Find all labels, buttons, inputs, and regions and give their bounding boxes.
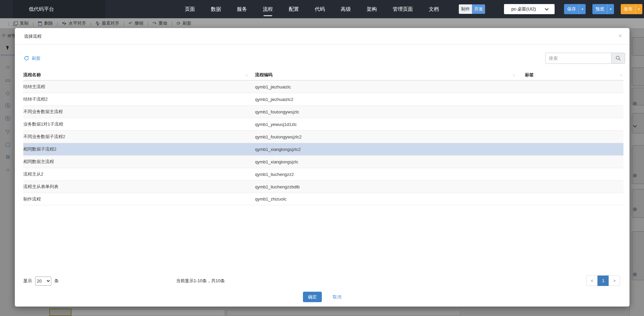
dialog-toolbar: 刷新 bbox=[24, 53, 625, 64]
table-header-row: 流程名称↑↓流程编码↑↓标签↑↓ bbox=[23, 70, 623, 80]
topnav-item-4[interactable]: 流程 bbox=[263, 6, 273, 12]
table-row[interactable]: 结转主流程qymb1_jiezhuaizlc bbox=[23, 80, 623, 93]
next-page-button[interactable]: > bbox=[609, 275, 620, 286]
process-code-cell: qymb1_liuchengzz2 bbox=[255, 172, 525, 177]
topnav-item-10[interactable]: 文档 bbox=[429, 6, 439, 12]
cancel-button[interactable]: 取消 bbox=[333, 294, 341, 300]
process-name-cell: 结转主流程 bbox=[23, 84, 255, 90]
topnav-item-2[interactable]: 数据 bbox=[211, 6, 221, 12]
topbar-controls: 制作 开发 pc-桌面(UI2) 保存 ▼ 预览 ▼ 发布 ▼ bbox=[459, 4, 642, 14]
topnav-item-8[interactable]: 架构 bbox=[367, 6, 377, 12]
process-code-cell-text: qymb1_xiangtongsjzlc bbox=[255, 159, 298, 164]
process-code-cell-text: qymb1_foutongywsjzlc2 bbox=[255, 134, 302, 139]
pagination: < 1 > bbox=[586, 275, 620, 286]
topnav-item-1[interactable]: 页面 bbox=[185, 6, 195, 12]
process-name-cell: 流程主从2 bbox=[23, 171, 255, 177]
save-label: 保存 bbox=[564, 4, 579, 14]
column-header: 流程名称↑↓ bbox=[23, 72, 255, 78]
sort-icon[interactable]: ↑↓ bbox=[245, 73, 248, 77]
search-group bbox=[545, 53, 625, 64]
preview-button[interactable]: 预览 ▼ bbox=[592, 4, 614, 14]
page-size-select[interactable]: 20 bbox=[35, 276, 51, 286]
process-name-cell-text: 不同业务数据子流程2 bbox=[23, 134, 65, 140]
process-code-cell-text: qymb1_liuchengzz2 bbox=[255, 172, 294, 177]
topnav-item-7[interactable]: 高级 bbox=[341, 6, 351, 12]
publish-button[interactable]: 发布 ▼ bbox=[621, 4, 642, 14]
device-select[interactable]: pc-桌面(UI2) bbox=[504, 4, 555, 14]
publish-label: 发布 bbox=[621, 4, 635, 14]
table-row[interactable]: 不同业务数据主流程qymb1_foutongywsjzlc bbox=[23, 105, 623, 118]
list-footer: 显示 20 条 当前显示1-10条，共10条 < 1 > bbox=[23, 275, 620, 287]
caret-down-icon[interactable]: ▼ bbox=[635, 4, 642, 14]
process-name-cell-text: 相同数据子流程2 bbox=[23, 146, 56, 152]
process-name-cell-text: 相同数据主流程 bbox=[23, 159, 54, 165]
mode-toggle: 制作 开发 bbox=[459, 4, 485, 14]
process-code-cell-text: qymb1_jiezhuaizlc bbox=[255, 84, 291, 89]
process-name-cell-text: 流程主从表单列表 bbox=[23, 184, 58, 190]
refresh-icon bbox=[24, 56, 29, 61]
sort-icon[interactable]: ↑↓ bbox=[620, 73, 622, 77]
process-code-cell-text: qymb1_yewusj1d1zlc bbox=[255, 122, 297, 127]
process-name-cell-text: 制作流程 bbox=[23, 196, 41, 202]
main-menu: 页面数据服务流程配置代码高级架构管理页面文档 bbox=[185, 0, 439, 18]
process-code-cell: qymb1_jiezhuaizlc2 bbox=[255, 97, 525, 102]
process-name-cell-text: 不同业务数据主流程 bbox=[23, 109, 63, 115]
process-name-cell-text: 结转主流程 bbox=[23, 84, 45, 90]
process-code-cell: qymb1_jiezhuaizlc bbox=[255, 84, 525, 89]
table-row[interactable]: 流程主从表单列表qymb1_liuchengzzbdlb bbox=[23, 180, 623, 193]
page-1-button[interactable]: 1 bbox=[597, 275, 609, 286]
process-code-cell: qymb1_yewusj1d1zlc bbox=[255, 122, 525, 127]
dialog-header: 选择流程 × bbox=[15, 28, 629, 45]
preview-label: 预览 bbox=[592, 4, 607, 14]
process-name-cell: 流程主从表单列表 bbox=[23, 184, 255, 190]
process-code-cell-text: qymb1_jiezhuaizlc2 bbox=[255, 97, 293, 102]
prev-page-button[interactable]: < bbox=[586, 275, 598, 286]
table-row[interactable]: 相同数据子流程2qymb1_xiangtongsjzlc2 bbox=[23, 143, 623, 155]
topnav-item-5[interactable]: 配置 bbox=[289, 6, 299, 12]
search-button[interactable] bbox=[611, 53, 625, 64]
topnav-item-6[interactable]: 代码 bbox=[315, 6, 325, 12]
table-row[interactable]: 业务数据1对1子流程qymb1_yewusj1d1zlc bbox=[23, 118, 623, 130]
dialog-title: 选择流程 bbox=[15, 28, 629, 45]
process-code-cell-text: qymb1_liuchengzzbdlb bbox=[255, 184, 300, 189]
table-row[interactable]: 流程主从2qymb1_liuchengzz2 bbox=[23, 168, 623, 180]
column-header-label: 流程编码 bbox=[255, 72, 273, 78]
mode-make-button[interactable]: 制作 bbox=[459, 4, 472, 14]
table-row[interactable]: 结转子流程2qymb1_jiezhuaizlc2 bbox=[23, 93, 623, 105]
caret-down-icon[interactable]: ▼ bbox=[607, 4, 614, 14]
caret-down-icon[interactable]: ▼ bbox=[579, 4, 586, 14]
mode-dev-button[interactable]: 开发 bbox=[472, 4, 485, 14]
confirm-button[interactable]: 确定 bbox=[303, 292, 322, 302]
table-row[interactable]: 相同数据主流程qymb1_xiangtongsjzlc bbox=[23, 155, 623, 168]
process-name-cell: 结转子流程2 bbox=[23, 96, 255, 102]
save-button[interactable]: 保存 ▼ bbox=[564, 4, 586, 14]
process-code-cell: qymb1_liuchengzzbdlb bbox=[255, 184, 525, 189]
refresh-label: 刷新 bbox=[32, 55, 40, 61]
process-name-cell-text: 结转子流程2 bbox=[23, 96, 48, 102]
dialog-actions: 确定 取消 bbox=[15, 292, 629, 302]
unit-label: 条 bbox=[54, 278, 59, 284]
close-icon[interactable]: × bbox=[618, 32, 622, 39]
process-code-cell-text: qymb1_zhizuolc bbox=[255, 196, 286, 202]
table-row[interactable]: 不同业务数据子流程2qymb1_foutongywsjzlc2 bbox=[23, 130, 623, 143]
app-logo: 低代码平台 bbox=[13, 0, 105, 18]
page-root: 低代码平台 页面数据服务流程配置代码高级架构管理页面文档 制作 开发 pc-桌面… bbox=[0, 0, 644, 316]
process-code-cell: qymb1_xiangtongsjzlc2 bbox=[255, 147, 525, 152]
search-input[interactable] bbox=[545, 53, 611, 64]
process-table: 流程名称↑↓流程编码↑↓标签↑↓结转主流程qymb1_jiezhuaizlc结转… bbox=[23, 70, 623, 205]
table-row[interactable]: 制作流程qymb1_zhizuolc bbox=[23, 193, 623, 205]
process-name-cell: 业务数据1对1子流程 bbox=[23, 121, 255, 127]
sort-icon[interactable]: ↑↓ bbox=[512, 73, 515, 77]
refresh-link[interactable]: 刷新 bbox=[24, 55, 40, 61]
column-header-label: 流程名称 bbox=[23, 72, 41, 78]
topnav-item-9[interactable]: 管理页面 bbox=[393, 6, 413, 12]
topnav-item-3[interactable]: 服务 bbox=[237, 6, 247, 12]
process-name-cell-text: 流程主从2 bbox=[23, 171, 43, 177]
process-name-cell: 不同业务数据主流程 bbox=[23, 109, 255, 115]
process-name-cell: 相同数据子流程2 bbox=[23, 146, 255, 152]
search-icon bbox=[615, 55, 621, 61]
process-code-cell: qymb1_xiangtongsjzlc bbox=[255, 159, 525, 164]
topbar: 低代码平台 页面数据服务流程配置代码高级架构管理页面文档 制作 开发 pc-桌面… bbox=[0, 0, 644, 18]
process-code-cell: qymb1_foutongywsjzlc2 bbox=[255, 134, 525, 139]
process-code-cell: qymb1_zhizuolc bbox=[255, 196, 525, 202]
